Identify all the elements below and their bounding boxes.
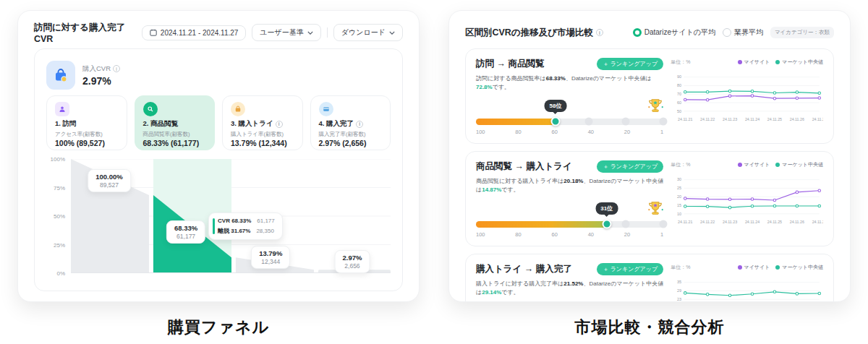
svg-text:29: 29 bbox=[677, 288, 681, 293]
info-icon[interactable]: i bbox=[113, 65, 120, 72]
trophy-icon bbox=[646, 97, 665, 116]
ranking-up-badge: ＋ ランキングアップ bbox=[597, 160, 663, 173]
rank-track bbox=[476, 119, 663, 125]
ranking-up-badge: ＋ ランキングアップ bbox=[597, 263, 663, 275]
svg-text:24.11.23: 24.11.23 bbox=[723, 117, 737, 121]
rank-scale: 100806040201 bbox=[476, 231, 663, 238]
svg-text:90: 90 bbox=[677, 74, 681, 79]
step-card-visit[interactable]: 1. 訪問 アクセス率(顧客数) 100% (89,527) bbox=[46, 95, 127, 150]
step-card-product-view[interactable]: 2. 商品閲覧 商品閲覧率(顧客数) 68.33% (61,177) bbox=[135, 95, 216, 150]
svg-text:24.11.26: 24.11.26 bbox=[790, 220, 804, 224]
rank-scale: 100806040201 bbox=[476, 129, 663, 135]
purchase-complete-icon bbox=[319, 102, 333, 116]
svg-text:24.11.27: 24.11.27 bbox=[812, 220, 823, 224]
svg-text:24.11.26: 24.11.26 bbox=[790, 117, 804, 121]
chart-legend: マイサイトマーケット中央値 bbox=[738, 264, 823, 271]
section-title: 購入トライ → 購入完了 bbox=[476, 263, 572, 275]
svg-text:60: 60 bbox=[677, 100, 681, 105]
download-dropdown[interactable]: ダウンロード bbox=[333, 24, 403, 41]
svg-text:24.11.27: 24.11.27 bbox=[812, 117, 823, 121]
funnel-panel-title: 訪問に対する購入完了CVR bbox=[34, 22, 142, 44]
svg-text:10: 10 bbox=[677, 212, 681, 216]
market-panel: 区間別CVRの推移及び市場比較i Datarizeサイトの平均 業界平均 マイカ… bbox=[448, 10, 851, 302]
calendar-icon bbox=[150, 29, 157, 36]
product-view-icon bbox=[143, 102, 158, 116]
funnel-label-purchase-try: 13.79%12,344 bbox=[251, 246, 290, 269]
cvr-section-view-try: 商品閲覧 → 購入トライ ＋ ランキングアップ 商品閲覧に対する購入トライ率は2… bbox=[465, 151, 834, 246]
funnel-label-purchase-complete: 2.97%2,656 bbox=[334, 250, 370, 273]
svg-text:24.11.24: 24.11.24 bbox=[745, 220, 760, 224]
funnel-y-axis: 100% 75% 50% 25% 0% bbox=[46, 159, 71, 273]
svg-text:25: 25 bbox=[677, 186, 681, 190]
date-range-button[interactable]: 2024.11.21 - 2024.11.27 bbox=[142, 25, 247, 40]
svg-text:15: 15 bbox=[677, 203, 681, 207]
rank-dot[interactable] bbox=[550, 117, 560, 126]
rank-track bbox=[476, 221, 663, 228]
svg-text:24.11.21: 24.11.21 bbox=[678, 220, 692, 224]
svg-text:24.11.25: 24.11.25 bbox=[767, 220, 782, 224]
funnel-label-product-view: 68.33%61,177 bbox=[166, 220, 205, 244]
legend-item: マイサイト bbox=[738, 264, 770, 271]
legend-item: マイサイト bbox=[738, 161, 770, 168]
radio-unselected-icon bbox=[723, 28, 731, 37]
step-card-purchase-complete[interactable]: 4. 購入完了i 購入完了率(顧客数) 2.97% (2,656) bbox=[310, 95, 391, 150]
section-description: 商品閲覧に対する購入トライ率は20.18%、Datarizeのマーケット中央値は… bbox=[476, 177, 663, 195]
chart-legend: マイサイトマーケット中央値 bbox=[738, 161, 823, 168]
ranking-bar[interactable]: 31位 100806040201 bbox=[476, 202, 663, 237]
user-basis-dropdown[interactable]: ユーザー基準 bbox=[252, 24, 320, 41]
purchase-try-icon bbox=[231, 102, 245, 116]
info-icon[interactable]: i bbox=[596, 29, 603, 36]
ranking-bar[interactable]: 58位 100806040201 bbox=[476, 100, 663, 134]
svg-text:30: 30 bbox=[677, 177, 681, 181]
svg-text:24.11.23: 24.11.23 bbox=[723, 220, 737, 224]
section-description: 購入トライに対する購入完了率は21.52%、Datarizeのマーケット中央値は… bbox=[476, 280, 663, 298]
market-panel-title: 区間別CVRの推移及び市場比較 bbox=[465, 27, 593, 39]
legend-item: マーケット中央値 bbox=[775, 264, 823, 271]
step-card-purchase-try[interactable]: 3. 購入トライi 購入トライ率(顧客数) 13.79% (12,344) bbox=[222, 95, 303, 150]
radio-selected-icon bbox=[633, 28, 642, 37]
chart-legend: マイサイトマーケット中央値 bbox=[738, 59, 823, 66]
info-icon[interactable]: i bbox=[356, 121, 363, 128]
funnel-panel: 訪問に対する購入完了CVR 2024.11.21 - 2024.11.27 ユー… bbox=[17, 10, 420, 302]
divider bbox=[327, 27, 328, 38]
unit-label: 単位：% bbox=[671, 59, 690, 66]
cvr-section-visit-view: 訪問 → 商品閲覧 ＋ ランキングアップ 訪問に対する商品閲覧率は68.33%、… bbox=[465, 48, 834, 144]
caption-market: 市場比較・競合分析 bbox=[448, 317, 851, 338]
section-description: 訪問に対する商品閲覧率は68.33%、Datarizeのマーケット中央値は72.… bbox=[476, 74, 663, 93]
radio-site-average[interactable]: Datarizeサイトの平均 bbox=[633, 27, 715, 38]
unit-label: 単位：% bbox=[671, 161, 690, 168]
date-range-label: 2024.11.21 - 2024.11.27 bbox=[161, 29, 239, 37]
caption-funnel: 購買ファネル bbox=[17, 317, 420, 338]
svg-text:50: 50 bbox=[677, 109, 681, 113]
svg-text:80: 80 bbox=[677, 83, 681, 87]
section-title: 商品閲覧 → 購入トライ bbox=[476, 160, 572, 173]
visit-icon bbox=[55, 102, 69, 116]
rank-dot[interactable] bbox=[602, 220, 611, 229]
purchase-cvr-label: 購入CVR bbox=[82, 64, 111, 74]
info-icon[interactable]: i bbox=[276, 121, 283, 128]
funnel-card: 購入CVRi 2.97% 1. 訪問 アクセス率(顧客数) 100% (89,5… bbox=[34, 48, 403, 291]
dashboard: 訪問に対する購入完了CVR 2024.11.21 - 2024.11.27 ユー… bbox=[0, 0, 868, 344]
radio-industry-average[interactable]: 業界平均 bbox=[723, 27, 763, 38]
line-chart: 302520151024.11.2124.11.2224.11.2324.11.… bbox=[671, 171, 823, 233]
legend-item: マーケット中央値 bbox=[775, 161, 823, 168]
category-badge: マイカテゴリー：衣類 bbox=[770, 27, 834, 38]
rank-tooltip: 58位 bbox=[545, 100, 567, 112]
unit-label: 単位：% bbox=[671, 264, 690, 271]
legend-item: マーケット中央値 bbox=[775, 59, 823, 66]
svg-text:24.11.21: 24.11.21 bbox=[678, 117, 692, 121]
svg-text:20: 20 bbox=[677, 194, 681, 199]
line-chart: 352923171124.11.2124.11.2224.11.2324.11.… bbox=[671, 273, 823, 302]
purchase-cvr-value: 2.97% bbox=[82, 75, 120, 87]
rank-tooltip: 31位 bbox=[595, 202, 618, 215]
funnel-tooltip: CVR 68.33%61,177 離脱 31.67%28,350 bbox=[208, 212, 283, 240]
legend-item: マイサイト bbox=[738, 59, 770, 66]
ranking-up-badge: ＋ ランキングアップ bbox=[597, 58, 663, 70]
svg-text:24.11.25: 24.11.25 bbox=[767, 117, 782, 121]
chevron-down-icon bbox=[389, 31, 395, 35]
chevron-down-icon bbox=[307, 31, 313, 35]
funnel-chart: 100% 75% 50% 25% 0% 100.00%89,527 68.33%… bbox=[46, 159, 391, 283]
cvr-section-try-complete: 購入トライ → 購入完了 ＋ ランキングアップ 購入トライに対する購入完了率は2… bbox=[465, 254, 834, 302]
trophy-icon bbox=[646, 199, 665, 218]
svg-text:24.11.22: 24.11.22 bbox=[700, 220, 715, 224]
